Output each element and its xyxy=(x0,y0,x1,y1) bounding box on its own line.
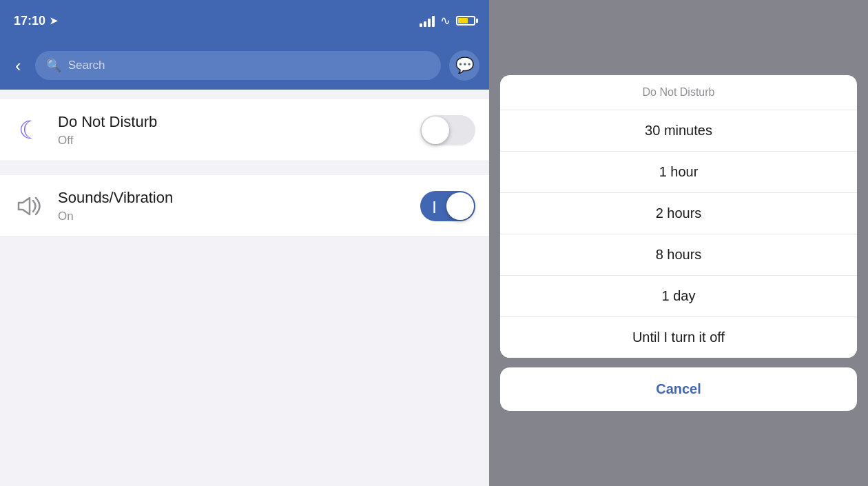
do-not-disturb-text: Do Not Disturb Off xyxy=(58,113,408,148)
toggle-on-indicator: | xyxy=(433,199,436,213)
battery-fill xyxy=(458,18,468,23)
option-2-hours[interactable]: 2 hours xyxy=(500,193,857,234)
status-bar: 17:10 ➤ ∿ xyxy=(0,0,489,41)
search-bar[interactable]: 🔍 Search xyxy=(35,51,441,80)
option-8-hours[interactable]: 8 hours xyxy=(500,234,857,276)
signal-icon xyxy=(420,14,435,27)
do-not-disturb-toggle[interactable] xyxy=(420,115,475,145)
option-1-day[interactable]: 1 day xyxy=(500,276,857,317)
wifi-icon: ∿ xyxy=(440,13,451,28)
battery-icon xyxy=(456,16,475,26)
cancel-button[interactable]: Cancel xyxy=(500,367,857,411)
cancel-sheet: Cancel xyxy=(500,367,857,411)
search-icon: 🔍 xyxy=(46,58,61,73)
sounds-vibration-item[interactable]: Sounds/Vibration On | xyxy=(0,175,489,237)
settings-list: ☾ Do Not Disturb Off Sounds/Vibration xyxy=(0,90,489,486)
sounds-vibration-status: On xyxy=(58,210,408,223)
messenger-button[interactable]: 💬 xyxy=(449,50,479,81)
nav-bar: ‹ 🔍 Search 💬 xyxy=(0,41,489,90)
status-time: 17:10 ➤ xyxy=(14,14,58,28)
svg-marker-0 xyxy=(19,198,30,214)
action-sheet-title: Do Not Disturb xyxy=(643,86,715,98)
time-display: 17:10 xyxy=(14,14,45,28)
do-not-disturb-item[interactable]: ☾ Do Not Disturb Off xyxy=(0,99,489,161)
action-sheet: Do Not Disturb 30 minutes 1 hour 2 hours… xyxy=(500,75,857,358)
speaker-icon xyxy=(16,194,43,219)
option-30-minutes[interactable]: 30 minutes xyxy=(500,110,857,152)
do-not-disturb-icon-wrap: ☾ xyxy=(14,114,45,146)
do-not-disturb-status: Off xyxy=(58,134,408,148)
option-until-off[interactable]: Until I turn it off xyxy=(500,317,857,358)
do-not-disturb-toggle-knob xyxy=(422,117,449,144)
back-button[interactable]: ‹ xyxy=(10,52,27,79)
action-sheet-backdrop[interactable]: Do Not Disturb 30 minutes 1 hour 2 hours… xyxy=(489,0,868,486)
moon-icon: ☾ xyxy=(19,116,41,145)
do-not-disturb-title: Do Not Disturb xyxy=(58,113,408,131)
sounds-vibration-toggle[interactable]: | xyxy=(420,191,475,221)
sounds-vibration-toggle-knob xyxy=(446,192,474,220)
divider xyxy=(0,161,489,175)
action-sheet-header: Do Not Disturb xyxy=(500,75,857,110)
left-panel: 17:10 ➤ ∿ ‹ 🔍 Search 💬 xyxy=(0,0,489,486)
search-placeholder: Search xyxy=(68,59,105,72)
sounds-vibration-icon-wrap xyxy=(14,190,45,222)
location-arrow-icon: ➤ xyxy=(50,15,58,26)
sounds-vibration-title: Sounds/Vibration xyxy=(58,189,408,207)
option-1-hour[interactable]: 1 hour xyxy=(500,152,857,193)
status-icons: ∿ xyxy=(420,13,475,28)
messenger-icon: 💬 xyxy=(455,57,474,74)
sounds-vibration-text: Sounds/Vibration On xyxy=(58,189,408,223)
